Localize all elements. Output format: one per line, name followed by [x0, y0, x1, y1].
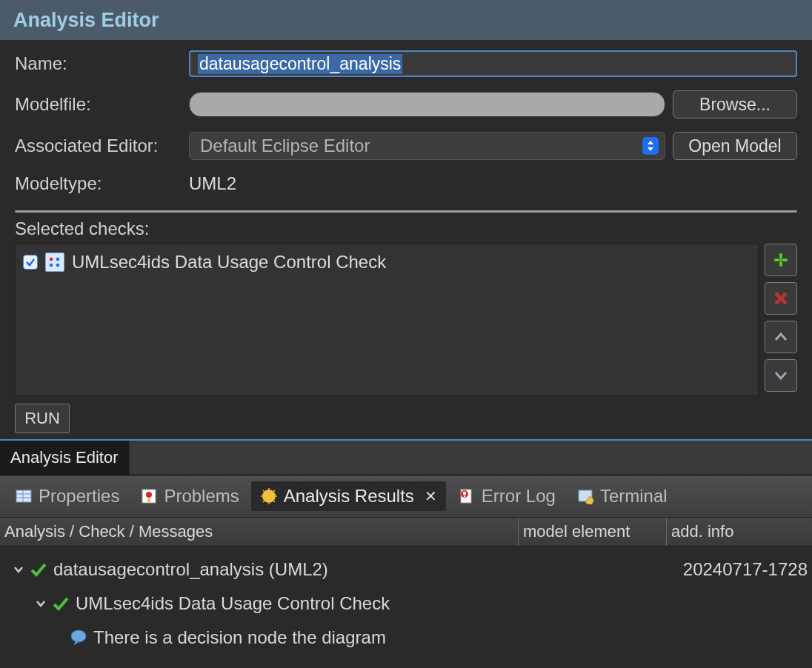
- svg-line-24: [263, 490, 264, 492]
- tab-analysis-editor[interactable]: Analysis Editor: [0, 441, 130, 475]
- check-ok-icon: [30, 561, 47, 578]
- run-button[interactable]: RUN: [15, 404, 70, 433]
- view-tab-label: Terminal: [600, 486, 668, 507]
- svg-line-26: [273, 490, 275, 492]
- tree-row-analysis[interactable]: datausagecontrol_analysis (UML2) 2024071…: [3, 552, 809, 587]
- check-ok-icon: [52, 595, 70, 612]
- svg-rect-30: [463, 492, 466, 495]
- associated-editor-combo[interactable]: Default Eclipse Editor: [189, 132, 665, 160]
- twisty-expanded-icon[interactable]: [33, 595, 49, 612]
- modelfile-label: Modelfile:: [15, 94, 182, 115]
- twisty-expanded-icon[interactable]: [10, 561, 27, 578]
- row-modeltype: Modeltype: UML2: [15, 173, 797, 194]
- svg-rect-18: [147, 498, 150, 502]
- add-check-button[interactable]: [765, 244, 797, 276]
- move-up-button[interactable]: [765, 321, 797, 353]
- title-bar: Analysis Editor: [0, 0, 812, 40]
- form-area: Name: datausagecontrol_analysis Modelfil…: [0, 40, 812, 206]
- col-add-info[interactable]: add. info: [667, 518, 812, 546]
- svg-line-27: [263, 501, 264, 502]
- svg-rect-31: [464, 495, 465, 497]
- checks-list[interactable]: UMLsec4ids Data Usage Control Check: [15, 244, 759, 396]
- check-checkbox[interactable]: [23, 255, 38, 270]
- view-tab-label: Problems: [164, 486, 239, 507]
- check-item[interactable]: UMLsec4ids Data Usage Control Check: [23, 252, 751, 273]
- analysis-results-icon: [260, 487, 278, 505]
- svg-line-25: [273, 501, 275, 502]
- view-tab-label: Properties: [39, 486, 119, 507]
- view-tab-label: Error Log: [482, 486, 556, 507]
- problems-icon: [140, 487, 158, 505]
- results-tree[interactable]: datausagecontrol_analysis (UML2) 2024071…: [0, 547, 812, 661]
- views-bar-wrap: Properties Problems Analysis Results ✕ E…: [0, 475, 812, 517]
- view-tab-properties[interactable]: Properties: [6, 481, 128, 511]
- svg-rect-7: [774, 258, 788, 261]
- row-name: Name: datausagecontrol_analysis: [15, 50, 797, 77]
- error-log-icon: [458, 487, 476, 505]
- divider: [15, 210, 797, 213]
- terminal-icon: [576, 487, 594, 505]
- modelfile-input[interactable]: [189, 92, 665, 117]
- name-input[interactable]: datausagecontrol_analysis: [189, 50, 797, 77]
- app-title: Analysis Editor: [13, 9, 159, 32]
- browse-button[interactable]: Browse...: [673, 90, 797, 118]
- remove-check-button[interactable]: [765, 282, 797, 315]
- name-input-value: datausagecontrol_analysis: [198, 54, 402, 74]
- editor-tabstrip: Analysis Editor: [0, 439, 812, 475]
- svg-rect-12: [16, 490, 31, 502]
- col-messages[interactable]: Analysis / Check / Messages: [0, 518, 519, 546]
- col-model-element[interactable]: model element: [519, 518, 667, 546]
- view-tab-terminal[interactable]: Terminal: [568, 481, 676, 511]
- associated-editor-value: Default Eclipse Editor: [200, 136, 370, 156]
- svg-point-4: [50, 264, 53, 267]
- modeltype-value: UML2: [189, 173, 236, 194]
- info-icon: [70, 629, 87, 646]
- svg-point-5: [56, 264, 60, 267]
- svg-point-2: [50, 258, 53, 261]
- views-bar: Properties Problems Analysis Results ✕ E…: [0, 475, 812, 517]
- svg-point-17: [146, 492, 152, 498]
- selected-checks-label: Selected checks:: [0, 218, 812, 239]
- row-associated-editor: Associated Editor: Default Eclipse Edito…: [15, 132, 797, 160]
- results-table-header: Analysis / Check / Messages model elemen…: [0, 517, 812, 547]
- svg-marker-0: [648, 141, 653, 144]
- check-label: UMLsec4ids Data Usage Control Check: [72, 252, 386, 273]
- view-tab-analysis-results[interactable]: Analysis Results ✕: [251, 481, 446, 511]
- tree-label: There is a decision node the diagram: [93, 627, 809, 648]
- properties-icon: [15, 487, 33, 505]
- view-tab-label: Analysis Results: [284, 486, 414, 507]
- tree-add-info: 20240717-1728: [683, 559, 809, 580]
- tree-row-check[interactable]: UMLsec4ids Data Usage Control Check: [3, 587, 809, 621]
- checks-body: UMLsec4ids Data Usage Control Check: [0, 244, 812, 396]
- tree-label: UMLsec4ids Data Usage Control Check: [76, 593, 809, 614]
- modeltype-label: Modeltype:: [15, 173, 182, 194]
- check-type-icon: [45, 253, 64, 272]
- combo-arrows-icon: [642, 137, 659, 155]
- move-down-button[interactable]: [765, 359, 797, 392]
- row-modelfile: Modelfile: Browse...: [15, 90, 797, 118]
- checks-side-buttons: [765, 244, 797, 396]
- open-model-button[interactable]: Open Model: [673, 132, 797, 160]
- view-tab-error-log[interactable]: Error Log: [449, 481, 565, 511]
- tree-row-message[interactable]: There is a decision node the diagram: [3, 621, 809, 655]
- close-icon[interactable]: ✕: [425, 487, 437, 505]
- tree-label: datausagecontrol_analysis (UML2): [53, 559, 683, 580]
- svg-point-3: [56, 258, 60, 261]
- svg-marker-1: [648, 147, 653, 151]
- name-label: Name:: [15, 53, 182, 74]
- view-tab-problems[interactable]: Problems: [131, 481, 247, 511]
- svg-point-34: [71, 630, 86, 642]
- associated-editor-label: Associated Editor:: [15, 136, 182, 156]
